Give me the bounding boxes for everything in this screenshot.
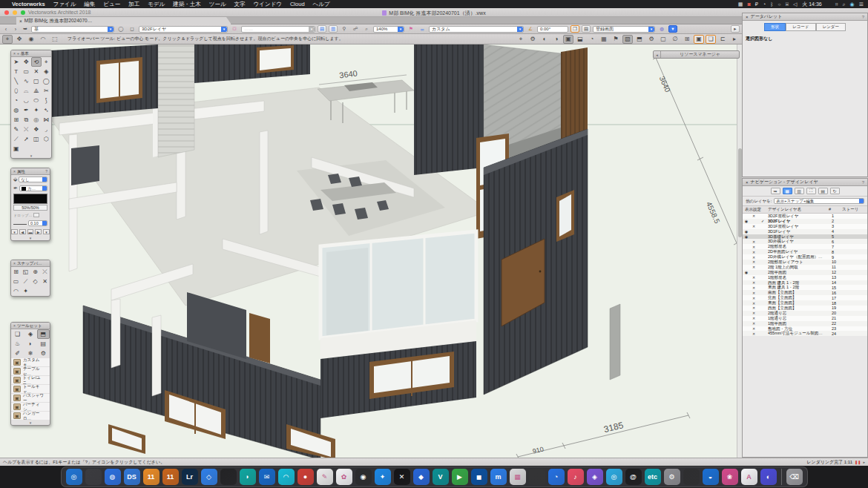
fill-bucket-icon[interactable]: ⬙ (13, 177, 17, 182)
nav-icon-3[interactable]: ⛶ (806, 188, 816, 194)
nav-icon-5[interactable]: ↻ (830, 188, 840, 194)
basic-tool-3[interactable]: ⌖ (42, 57, 52, 67)
nav-icon-0[interactable]: ➥ (771, 188, 780, 194)
snap-tool-9[interactable]: ✦ (21, 286, 30, 296)
render-tool-icon-9[interactable]: ▧ (622, 35, 633, 44)
hidden-x-icon[interactable]: ✕ (750, 240, 757, 244)
layer-row[interactable]: ✕東面 建具 1・2階15 (743, 285, 867, 290)
active-class-combo[interactable]: ……▾ (241, 26, 315, 33)
dock-app-trash[interactable]: ⌫ (786, 469, 803, 485)
globe-icon[interactable]: ◍ (657, 25, 666, 33)
basic-tool-6[interactable]: ✕ (31, 67, 42, 76)
flag-icon[interactable]: ⚑ (407, 25, 415, 33)
render-tool-icon-17[interactable]: ⊏ (717, 35, 728, 44)
basic-tool-18[interactable]: ⬭ (31, 96, 42, 105)
layer-row[interactable]: ✕1階平面図22 (743, 321, 867, 326)
layer-row[interactable]: ◉3D1Fレイヤ4 (743, 229, 867, 234)
basic-tool-9[interactable]: ∿ (22, 76, 32, 86)
basic-tool-33[interactable]: ➚ (22, 134, 32, 144)
toolset-tool-1[interactable]: ◈ (24, 329, 36, 339)
dock-app-app-36[interactable]: A (741, 469, 757, 485)
tab-形状[interactable]: 形状 (764, 23, 786, 31)
fill-color-swatch[interactable] (13, 194, 47, 204)
layer-row[interactable]: ✕3D外構レイヤ6 (743, 239, 867, 244)
layer-row[interactable]: ✕3D2F屋根レイヤ1 (743, 214, 867, 219)
render-tool-icon-6[interactable]: ◔ (587, 35, 597, 44)
layer-row[interactable]: ◉3D基礎レイヤ5 (743, 234, 867, 240)
dock-app-app-29[interactable]: ◎ (606, 469, 622, 485)
dock-app-app-18[interactable]: ✕ (394, 469, 410, 485)
palette-close-icon[interactable]: × (746, 180, 749, 185)
menubar-status-icon-1[interactable]: ◙ (747, 1, 750, 7)
dock-app-app-19[interactable]: ◆ (413, 469, 430, 485)
basic-tool-25[interactable]: ⧉ (22, 115, 32, 125)
layer-row[interactable]: ✕東面【立面図】18 (743, 300, 867, 306)
toolset-item-6[interactable]: ▣ハンガーロ… (11, 412, 50, 421)
layer-row[interactable]: ✕北面【立面図】17 (743, 295, 867, 300)
render-tool-icon-0[interactable]: ⌖ (516, 35, 526, 44)
layer-row[interactable]: ✕2D平面図レイヤ8 (743, 249, 867, 254)
tool-mode-icon-1[interactable]: ✥ (14, 35, 24, 44)
angle-field[interactable]: 0.00° (537, 26, 568, 33)
basic-tool-19[interactable]: ⟆ (42, 96, 52, 105)
column-story[interactable]: ストーリ (842, 207, 867, 212)
render-tool-icon-11[interactable]: ⚙ (646, 35, 657, 44)
menu-item-ウインドウ[interactable]: ウインドウ (254, 1, 282, 8)
dock-app-vectorworks[interactable]: V (433, 469, 449, 485)
zoom-tool-icon[interactable]: ⌕ (362, 25, 371, 33)
snap-tool-3[interactable]: ⤫ (40, 267, 50, 277)
basic-tool-27[interactable]: ⋈ (42, 115, 52, 125)
snap-tool-7[interactable]: ✕ (40, 277, 50, 286)
render-tool-icon-4[interactable]: ▣ (563, 35, 573, 44)
column-visibility[interactable]: 表示設定 (743, 207, 768, 212)
dock-app-app-02[interactable] (85, 469, 102, 485)
hidden-x-icon[interactable]: ✕ (750, 316, 757, 320)
dock-app-app-35[interactable]: ❀ (722, 469, 738, 485)
toolset-tool-0[interactable]: ❏ (11, 329, 24, 339)
layer-row[interactable]: ◉✓3D2Fレイヤ2 (743, 219, 867, 224)
basic-tool-16[interactable]: ◔ (11, 96, 22, 105)
dock-app-app-13[interactable]: ● (297, 469, 314, 485)
dock-app-app-21[interactable]: ▶ (452, 469, 468, 485)
palette-close-icon[interactable]: × (13, 169, 16, 174)
basic-tool-20[interactable]: ◍ (11, 105, 22, 115)
dock-app-app-33[interactable] (683, 469, 700, 485)
basic-tool-28[interactable]: ✎ (11, 125, 22, 134)
visible-eye-icon[interactable]: ◉ (743, 270, 750, 274)
menu-item-建築・土木[interactable]: 建築・土木 (173, 1, 201, 8)
render-tool-icon-3[interactable]: ◑ (551, 35, 562, 44)
render-tool-icon-12[interactable]: ▢ (658, 35, 668, 44)
toolset-tool-5[interactable]: ▤ (37, 339, 50, 349)
menubar-status-icon-0[interactable]: ▦ (738, 1, 743, 7)
saved-view-menu[interactable]: 登録画面▾ (593, 26, 655, 33)
render-tool-icon-15[interactable]: ▣ (694, 35, 704, 44)
snap-tool-2[interactable]: ⊕ (30, 267, 40, 277)
hidden-x-icon[interactable]: ✕ (750, 306, 757, 310)
basic-tool-15[interactable]: ✂ (42, 86, 52, 96)
layer-row[interactable]: ✕敷地図・方位23 (743, 326, 867, 332)
forward-button[interactable]: › (12, 26, 19, 33)
back-button[interactable]: ‹ (2, 26, 10, 33)
snap-tool-1[interactable]: ◱ (21, 267, 30, 277)
drop-shadow-checkbox[interactable] (33, 213, 39, 217)
tool-mode-icon-4[interactable]: ⬚ (50, 35, 60, 44)
menu-item-ビュー[interactable]: ビュー (103, 1, 120, 8)
resource-manager-collapse-icon[interactable]: ◂ (654, 51, 661, 58)
hidden-x-icon[interactable]: ✕ (750, 311, 757, 315)
hidden-x-icon[interactable]: ✕ (750, 245, 757, 249)
help-icon[interactable]: ? (862, 15, 864, 19)
basic-tool-30[interactable]: ❖ (31, 125, 42, 134)
menubar-right-icon-3[interactable]: ☰ (859, 1, 864, 7)
visible-eye-icon[interactable]: ◉ (743, 234, 750, 239)
attr-arrow-4[interactable]: ▾ (43, 229, 50, 234)
dock-app-app-03[interactable]: ◍ (105, 469, 121, 485)
menubar-status-icon-3[interactable]: ◔ (763, 1, 766, 7)
hidden-x-icon[interactable]: ✕ (750, 280, 757, 285)
pen-icon[interactable]: ✒ (13, 185, 18, 191)
layer-row[interactable]: ✕1階部屋名13 (743, 275, 867, 280)
canvas-vertical-scrollbar[interactable] (737, 44, 742, 458)
toolset-tool-3[interactable]: ♨ (11, 339, 24, 349)
dock-app-app-23[interactable]: m (490, 469, 507, 485)
column-number[interactable]: # (829, 207, 842, 212)
visible-eye-icon[interactable]: ◉ (743, 229, 750, 234)
